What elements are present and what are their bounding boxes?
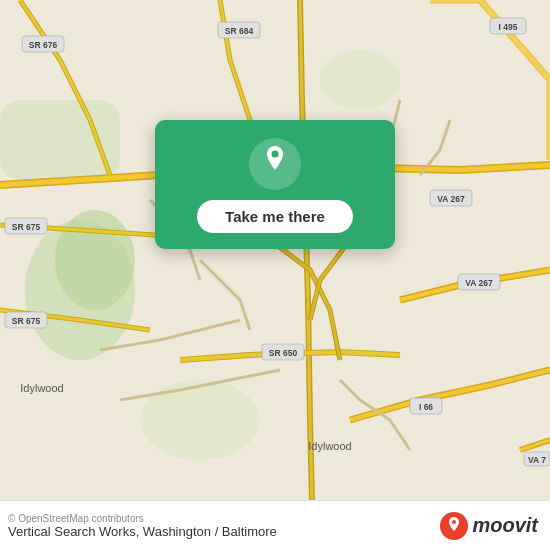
sr676-label: SR 676 <box>29 40 58 50</box>
svg-point-2 <box>55 210 135 310</box>
svg-point-5 <box>320 50 400 110</box>
take-me-there-button[interactable]: Take me there <box>197 200 353 233</box>
i495-label: I 495 <box>499 22 518 32</box>
moovit-brand-text: moovit <box>472 514 538 537</box>
sr684-label: SR 684 <box>225 26 254 36</box>
svg-point-18 <box>272 151 279 158</box>
sr675-top-label: SR 675 <box>12 222 41 232</box>
vienna-label: Idylwood <box>20 382 63 394</box>
moovit-pin-icon <box>440 512 468 540</box>
moovit-logo: moovit <box>440 512 538 540</box>
footer: © OpenStreetMap contributors Vertical Se… <box>0 500 550 550</box>
idylwood-label: Idylwood <box>308 440 351 452</box>
va267-mid-label: VA 267 <box>437 194 465 204</box>
footer-left: © OpenStreetMap contributors Vertical Se… <box>8 513 277 539</box>
location-pin-icon <box>249 138 301 190</box>
svg-rect-3 <box>0 100 120 180</box>
sr650-label: SR 650 <box>269 348 298 358</box>
map-container: SR 676 SR 684 I 495 VA 267 VA 267 VA 267… <box>0 0 550 500</box>
footer-title: Vertical Search Works, Washington / Balt… <box>8 524 277 539</box>
copyright-text: © OpenStreetMap contributors <box>8 513 277 524</box>
sr675-bot-label: SR 675 <box>12 316 41 326</box>
location-popup: Take me there <box>155 120 395 249</box>
va7-label: VA 7 <box>528 455 546 465</box>
svg-point-20 <box>452 520 456 524</box>
i66-label: I 66 <box>419 402 433 412</box>
svg-point-4 <box>140 380 260 460</box>
va267-right-label: VA 267 <box>465 278 493 288</box>
